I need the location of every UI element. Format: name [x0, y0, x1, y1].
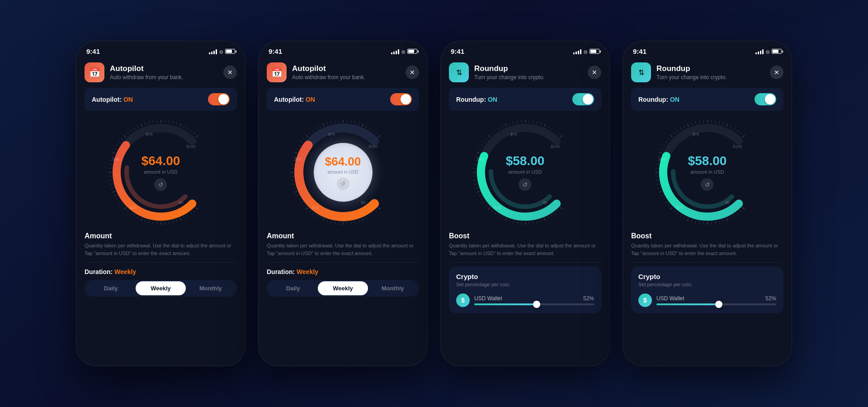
svg-line-201 [733, 215, 735, 217]
status-time: 9:41 [451, 47, 464, 55]
svg-line-36 [114, 148, 116, 150]
slider-fill [656, 303, 719, 305]
crypto-row: $USD Wallet52% [456, 293, 594, 307]
battery-icon [407, 49, 417, 54]
svg-line-78 [335, 222, 335, 224]
svg-line-23 [116, 198, 118, 199]
svg-line-243 [687, 124, 688, 127]
tab-weekly[interactable]: Weekly [318, 281, 368, 295]
dial-container[interactable]: $0$25$50$75$100$64.00amount in USD↺ [259, 118, 427, 227]
dial-amount: $64.00 [142, 154, 180, 168]
svg-line-12 [152, 222, 153, 224]
svg-line-170 [483, 142, 485, 143]
dial-reset-button[interactable]: ↺ [701, 178, 713, 191]
svg-line-198 [742, 208, 744, 209]
app-subtitle: Auto withdraw from your bank. [292, 74, 400, 80]
battery-icon [772, 49, 782, 54]
slider-track[interactable] [474, 303, 594, 305]
svg-line-172 [488, 135, 490, 137]
slider-thumb[interactable] [533, 301, 540, 308]
svg-line-56 [183, 126, 184, 128]
signal-bars-icon [755, 49, 764, 54]
dial-reset-button[interactable]: ↺ [337, 177, 349, 190]
svg-line-112 [327, 123, 328, 125]
svg-line-102 [296, 148, 298, 150]
svg-line-219 [667, 204, 670, 206]
dial-container[interactable]: $0$25$50$75$100$58.00amount in USD↺ [623, 118, 792, 227]
svg-line-210 [699, 222, 699, 224]
signal-bars-icon [573, 49, 581, 54]
toggle-switch[interactable] [755, 93, 776, 105]
svg-line-214 [684, 217, 685, 219]
tab-monthly[interactable]: Monthly [368, 281, 418, 295]
status-icons: ⌾ [573, 48, 599, 55]
svg-line-53 [172, 121, 173, 124]
dial-unit: amount in USD [690, 169, 724, 175]
tab-daily[interactable]: Daily [86, 281, 136, 295]
battery-icon [590, 49, 599, 54]
svg-line-244 [691, 123, 692, 125]
svg-line-98 [291, 164, 294, 165]
svg-text:$0: $0 [725, 200, 730, 205]
dial-container[interactable]: $0$25$50$75$100$58.00amount in USD↺ [441, 118, 609, 227]
toggle-row: Autopilot: ON [85, 88, 237, 111]
close-button[interactable]: ✕ [223, 66, 237, 79]
svg-line-148 [501, 217, 503, 219]
svg-line-120 [358, 123, 359, 125]
info-title: Boost [449, 232, 601, 240]
svg-line-191 [557, 133, 559, 135]
svg-line-185 [537, 121, 537, 124]
toggle-switch[interactable] [572, 93, 594, 105]
svg-line-59 [193, 133, 195, 135]
phone-screen-0: 9:41⌾📅AutopilotAuto withdraw from your b… [76, 41, 245, 366]
close-button[interactable]: ✕ [406, 66, 419, 79]
toggle-label: Autopilot: ON [92, 96, 133, 103]
svg-line-111 [323, 124, 324, 127]
info-desc: Quantity taken per withdrawal. Use the d… [85, 242, 237, 257]
app-title-group: RoundupTurn your change into crypto. [474, 64, 582, 80]
svg-line-150 [494, 213, 496, 215]
svg-line-114 [335, 120, 335, 123]
app-title: Roundup [474, 64, 582, 73]
svg-line-158 [475, 188, 478, 189]
dial-reset-button[interactable]: ↺ [519, 178, 531, 191]
svg-line-220 [665, 202, 667, 204]
svg-line-86 [306, 208, 307, 209]
toggle-switch[interactable] [390, 93, 412, 105]
svg-line-225 [656, 184, 659, 185]
slider-thumb[interactable] [715, 301, 722, 308]
svg-line-216 [676, 213, 678, 215]
svg-line-156 [478, 195, 481, 196]
svg-line-103 [298, 145, 301, 146]
svg-line-68 [372, 213, 374, 215]
tab-weekly[interactable]: Weekly [136, 281, 185, 295]
svg-line-108 [312, 130, 314, 132]
svg-line-16 [137, 217, 138, 219]
svg-line-241 [680, 128, 681, 130]
tab-monthly[interactable]: Monthly [186, 281, 236, 295]
slider-group: USD Wallet52% [656, 295, 776, 305]
toggle-switch[interactable] [208, 93, 230, 105]
close-button[interactable]: ✕ [770, 66, 783, 79]
svg-line-94 [291, 180, 294, 180]
slider-track[interactable] [656, 303, 776, 305]
svg-line-152 [488, 208, 490, 209]
svg-line-92 [293, 188, 296, 189]
dial-reset-button[interactable]: ↺ [154, 178, 167, 191]
svg-line-69 [369, 215, 370, 217]
wifi-icon: ⌾ [766, 48, 769, 55]
tab-daily[interactable]: Daily [268, 281, 318, 295]
status-icons: ⌾ [755, 48, 782, 55]
svg-line-88 [301, 202, 303, 204]
svg-line-136 [547, 217, 549, 219]
dial-container[interactable]: $0$25$50$75$100$64.00amount in USD↺ [76, 118, 245, 227]
svg-text:$50: $50 [294, 157, 301, 161]
svg-line-87 [303, 204, 305, 206]
coin-icon: $ [456, 293, 470, 307]
svg-line-15 [141, 218, 142, 221]
dial-unit: amount in USD [508, 169, 542, 175]
svg-line-187 [544, 124, 545, 127]
svg-line-106 [306, 135, 307, 137]
duration-label: Duration: Weekly [85, 268, 237, 275]
close-button[interactable]: ✕ [588, 66, 601, 79]
